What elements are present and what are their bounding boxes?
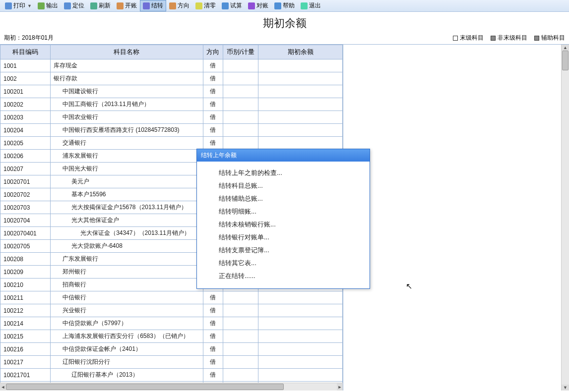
- cell-code[interactable]: 100211: [0, 291, 51, 304]
- toolbar-试算[interactable]: 试算: [219, 0, 245, 11]
- table-row[interactable]: 1002银行存款借: [0, 72, 343, 85]
- cell-name[interactable]: 中国光大银行: [51, 163, 203, 175]
- cell-direction[interactable]: 借: [203, 98, 223, 111]
- cell-name[interactable]: 银行存款: [51, 72, 203, 85]
- cell-balance[interactable]: [258, 291, 343, 304]
- cell-code[interactable]: 100205: [0, 137, 51, 150]
- cell-name[interactable]: 浦东发展银行: [51, 150, 203, 163]
- cell-name[interactable]: 基本户15596: [51, 188, 203, 201]
- cell-name[interactable]: 中信贷款账户（57997）: [51, 317, 203, 330]
- cell-code[interactable]: 10020702: [0, 188, 51, 201]
- cell-name[interactable]: 招商银行: [51, 279, 203, 291]
- cell-currency[interactable]: [223, 98, 258, 111]
- toolbar-刷新[interactable]: 刷新: [87, 0, 114, 11]
- cell-direction[interactable]: 借: [203, 304, 223, 317]
- cell-currency[interactable]: [223, 111, 258, 124]
- cell-name[interactable]: 中信贷款保证金帐户（2401）: [51, 343, 203, 356]
- toolbar-帮助[interactable]: 帮助: [271, 0, 298, 11]
- cell-name[interactable]: 光大其他保证金户: [51, 214, 203, 227]
- cell-direction[interactable]: 借: [203, 356, 223, 369]
- scroll-left-arrow[interactable]: ◄: [0, 383, 6, 391]
- cell-code[interactable]: 100203: [0, 111, 51, 124]
- cell-name[interactable]: 交通银行: [51, 137, 203, 150]
- table-row[interactable]: 100214中信贷款账户（57997）借: [0, 317, 343, 330]
- cell-balance[interactable]: [258, 317, 343, 330]
- cell-balance[interactable]: [258, 330, 343, 343]
- vertical-scrollbar[interactable]: ▲ ▼: [561, 45, 569, 391]
- cell-direction[interactable]: 借: [203, 343, 223, 356]
- table-row[interactable]: 100204中国银行西安雁塔西路支行 (102845772803)借: [0, 124, 343, 137]
- toolbar-打印[interactable]: 打印▼: [2, 0, 35, 11]
- column-header[interactable]: 科目名称: [51, 45, 203, 59]
- cell-balance[interactable]: [258, 111, 343, 124]
- cell-name[interactable]: 郑州银行: [51, 266, 203, 279]
- cell-direction[interactable]: 借: [203, 369, 223, 382]
- cell-code[interactable]: 100214: [0, 317, 51, 330]
- cell-currency[interactable]: [223, 291, 258, 304]
- cell-code[interactable]: 100209: [0, 266, 51, 279]
- cell-currency[interactable]: [223, 59, 258, 72]
- vscroll-thumb[interactable]: [562, 51, 569, 70]
- cell-direction[interactable]: 借: [203, 124, 223, 137]
- cell-direction[interactable]: 借: [203, 317, 223, 330]
- cell-currency[interactable]: [223, 317, 258, 330]
- horizontal-scrollbar[interactable]: ◄ ►: [0, 383, 343, 391]
- cell-balance[interactable]: [258, 59, 343, 72]
- cell-code[interactable]: 100204: [0, 124, 51, 137]
- cell-code[interactable]: 10020703: [0, 201, 51, 214]
- toolbar-清零[interactable]: 清零: [192, 0, 219, 11]
- table-row[interactable]: 100205交通银行借: [0, 137, 343, 150]
- cell-balance[interactable]: [258, 369, 343, 382]
- cell-currency[interactable]: [223, 330, 258, 343]
- cell-code[interactable]: 10021701: [0, 369, 51, 382]
- cell-name[interactable]: 中国工商银行（2013.11月销户）: [51, 98, 203, 111]
- scroll-right-arrow[interactable]: ►: [337, 383, 343, 391]
- cell-name[interactable]: 辽阳银行基本户（2013）: [51, 369, 203, 382]
- cell-name[interactable]: 中国建设银行: [51, 85, 203, 98]
- table-row[interactable]: 100216中信贷款保证金帐户（2401）借: [0, 343, 343, 356]
- toolbar-对账[interactable]: 对账: [245, 0, 271, 11]
- cell-currency[interactable]: [223, 85, 258, 98]
- cell-balance[interactable]: [258, 85, 343, 98]
- cell-direction[interactable]: 借: [203, 111, 223, 124]
- cell-currency[interactable]: [223, 369, 258, 382]
- cell-code[interactable]: 100202: [0, 98, 51, 111]
- table-row[interactable]: 100211中信银行借: [0, 291, 343, 304]
- cell-name[interactable]: 光大贷款账户-6408: [51, 240, 203, 253]
- cell-direction[interactable]: 借: [203, 137, 223, 150]
- cell-code[interactable]: 100201: [0, 85, 51, 98]
- cell-name[interactable]: 中国银行西安雁塔西路支行 (102845772803): [51, 124, 203, 137]
- cell-direction[interactable]: 借: [203, 291, 223, 304]
- cell-currency[interactable]: [223, 304, 258, 317]
- cell-code[interactable]: 10020701: [0, 175, 51, 188]
- table-row[interactable]: 100201中国建设银行借: [0, 85, 343, 98]
- cell-direction[interactable]: 借: [203, 85, 223, 98]
- cell-code[interactable]: 100217: [0, 356, 51, 369]
- toolbar-方向[interactable]: 方向: [166, 0, 192, 11]
- toolbar-开账[interactable]: 开账: [114, 0, 140, 11]
- cell-balance[interactable]: [258, 98, 343, 111]
- column-header[interactable]: 币别/计量: [223, 45, 258, 59]
- table-row[interactable]: 100215上海浦东发展银行西安分行（6583）（已销户）借: [0, 330, 343, 343]
- cell-currency[interactable]: [223, 356, 258, 369]
- table-row[interactable]: 100203中国农业银行借: [0, 111, 343, 124]
- cell-code[interactable]: 100212: [0, 304, 51, 317]
- cell-direction[interactable]: 借: [203, 59, 223, 72]
- cell-balance[interactable]: [258, 137, 343, 150]
- toolbar-定位[interactable]: 定位: [61, 0, 87, 11]
- table-row[interactable]: 100202中国工商银行（2013.11月销户）借: [0, 98, 343, 111]
- cell-code[interactable]: 1002: [0, 72, 51, 85]
- cell-name[interactable]: 上海浦东发展银行西安分行（6583）（已销户）: [51, 330, 203, 343]
- cell-currency[interactable]: [223, 124, 258, 137]
- hscroll-thumb[interactable]: [6, 384, 284, 390]
- cell-direction[interactable]: 借: [203, 330, 223, 343]
- cell-name[interactable]: 辽阳银行沈阳分行: [51, 356, 203, 369]
- toolbar-输出[interactable]: 输出: [35, 0, 61, 11]
- cell-balance[interactable]: [258, 343, 343, 356]
- column-header[interactable]: 科目编码: [0, 45, 51, 59]
- cell-currency[interactable]: [223, 72, 258, 85]
- toolbar-结转[interactable]: 结转: [140, 0, 166, 11]
- cell-name[interactable]: 广东发展银行: [51, 253, 203, 266]
- table-row[interactable]: 10021701辽阳银行基本户（2013）借: [0, 369, 343, 382]
- cell-name[interactable]: 中信银行: [51, 291, 203, 304]
